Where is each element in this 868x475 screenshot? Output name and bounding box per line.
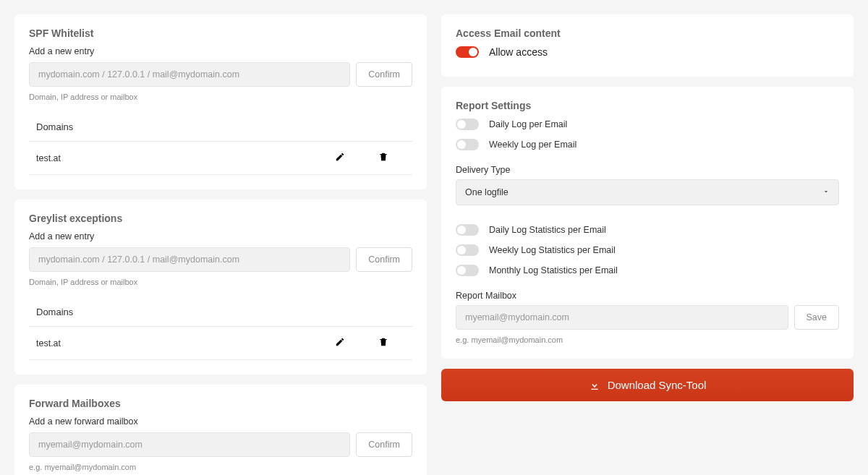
download-sync-tool-button[interactable]: Download Sync-Tool [441, 369, 854, 401]
forward-input[interactable] [29, 432, 350, 457]
domain-name: test.at [36, 153, 318, 163]
pencil-icon [335, 152, 345, 162]
forward-hint: e.g. myemail@mydomain.com [29, 463, 412, 471]
greylist-hint: Domain, IP address or mailbox [29, 278, 412, 286]
edit-button[interactable] [318, 337, 362, 349]
forward-mailboxes-card: Forward Mailboxes Add a new forward mail… [14, 385, 427, 475]
daily-stats-toggle[interactable] [456, 224, 479, 236]
delivery-type-value: One logfile [465, 187, 509, 197]
spf-add-label: Add a new entry [29, 46, 412, 56]
allow-access-label: Allow access [489, 46, 548, 58]
monthly-stats-label: Monthly Log Statistics per Email [489, 265, 618, 275]
weekly-stats-label: Weekly Log Statistics per Email [489, 245, 616, 255]
download-icon [589, 380, 600, 391]
domain-name: test.at [36, 338, 318, 348]
download-label: Download Sync-Tool [608, 379, 707, 391]
greylist-add-label: Add a new entry [29, 231, 412, 241]
weekly-stats-toggle[interactable] [456, 244, 479, 256]
weekly-log-toggle[interactable] [456, 139, 479, 150]
report-mailbox-hint: e.g. myemail@mydomain.com [456, 335, 839, 344]
spf-title: SPF Whitelist [29, 27, 412, 39]
delete-button[interactable] [362, 337, 405, 349]
pencil-icon [335, 337, 345, 347]
spf-input[interactable] [29, 62, 350, 87]
weekly-log-label: Weekly Log per Email [489, 140, 576, 150]
forward-title: Forward Mailboxes [29, 398, 412, 409]
greylist-title: Greylist exceptions [29, 213, 412, 224]
allow-access-toggle[interactable] [456, 46, 479, 58]
access-email-card: Access Email content Allow access [441, 14, 854, 77]
delete-button[interactable] [362, 152, 405, 164]
report-title: Report Settings [456, 100, 839, 111]
report-settings-card: Report Settings Daily Log per Email Week… [441, 87, 854, 359]
spf-domains-header: Domains [29, 114, 412, 142]
monthly-stats-toggle[interactable] [456, 265, 479, 276]
delivery-type-select[interactable]: One logfile [456, 179, 839, 205]
greylist-domains-header: Domains [29, 299, 412, 327]
edit-button[interactable] [318, 152, 362, 164]
spf-confirm-button[interactable]: Confirm [356, 62, 412, 87]
delivery-type-label: Delivery Type [456, 165, 839, 175]
save-button[interactable]: Save [794, 305, 840, 330]
trash-icon [378, 152, 388, 162]
forward-confirm-button[interactable]: Confirm [356, 432, 412, 457]
greylist-confirm-button[interactable]: Confirm [356, 247, 412, 272]
greylist-input[interactable] [29, 247, 350, 272]
daily-stats-label: Daily Log Statistics per Email [489, 225, 606, 235]
daily-log-toggle[interactable] [456, 119, 479, 130]
table-row: test.at [29, 327, 412, 360]
forward-add-label: Add a new forward mailbox [29, 416, 412, 427]
greylist-card: Greylist exceptions Add a new entry Conf… [14, 200, 427, 375]
trash-icon [378, 337, 388, 347]
chevron-down-icon [822, 187, 830, 197]
daily-log-label: Daily Log per Email [489, 119, 567, 129]
report-mailbox-label: Report Mailbox [456, 291, 839, 301]
access-title: Access Email content [456, 27, 839, 39]
report-mailbox-input[interactable] [456, 305, 788, 330]
table-row: test.at [29, 142, 412, 175]
spf-whitelist-card: SPF Whitelist Add a new entry Confirm Do… [14, 14, 427, 189]
spf-hint: Domain, IP address or mailbox [29, 93, 412, 101]
